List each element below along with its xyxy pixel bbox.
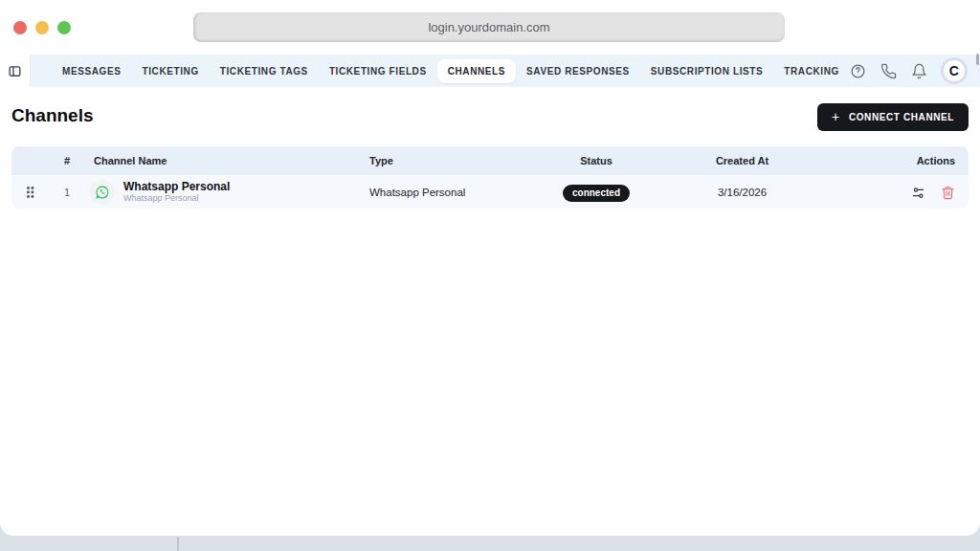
browser-window: login.yourdomain.com MESSAGES TICKETING … <box>0 0 980 536</box>
created-at-value: 3/16/2026 <box>668 187 816 198</box>
traffic-lights <box>13 21 71 34</box>
channel-subtitle: Whatsapp Personal <box>123 193 230 205</box>
connect-channel-button[interactable]: + CONNECT CHANNEL <box>817 103 969 131</box>
sidebar-toggle-button[interactable] <box>0 55 31 87</box>
channel-name: Whatsapp Personal <box>123 180 230 193</box>
channels-table: # Channel Name Type Status Created At Ac… <box>11 146 969 209</box>
header-actions: Actions <box>816 155 969 166</box>
header-channel-name: Channel Name <box>84 155 352 166</box>
zoom-window-button[interactable] <box>57 21 71 34</box>
row-index: 1 <box>50 187 84 198</box>
account-avatar[interactable]: C <box>944 60 965 81</box>
tab-saved-responses[interactable]: SAVED RESPONSES <box>516 59 640 83</box>
nav-right-icons: C <box>850 60 980 81</box>
panel-left-icon <box>8 64 22 78</box>
header-index: # <box>50 155 84 166</box>
url-text: login.yourdomain.com <box>428 20 549 34</box>
channel-type: Whatsapp Personal <box>352 187 524 198</box>
desktop-strip <box>0 536 980 551</box>
tab-channels[interactable]: CHANNELS <box>437 59 516 83</box>
row-status-cell: connected <box>524 183 668 202</box>
page-title: Channels <box>11 105 94 126</box>
row-channel-name-cell: Whatsapp Personal Whatsapp Personal <box>84 180 352 205</box>
url-bar[interactable]: login.yourdomain.com <box>193 12 785 42</box>
scrollbar-thumb[interactable] <box>976 54 979 65</box>
bell-icon[interactable] <box>911 63 927 79</box>
help-icon[interactable] <box>850 63 866 79</box>
table-row[interactable]: 1 Whatsapp Personal Whatsapp Personal Wh… <box>11 176 969 209</box>
delete-icon[interactable] <box>941 186 955 200</box>
tab-ticketing-fields[interactable]: TICKETING FIELDS <box>319 59 437 83</box>
avatar-initial: C <box>949 63 959 78</box>
phone-icon[interactable] <box>880 63 897 79</box>
desktop-strip-divider <box>177 537 179 551</box>
tab-ticketing[interactable]: TICKETING <box>131 59 209 83</box>
row-channel-name-stack: Whatsapp Personal Whatsapp Personal <box>123 180 230 205</box>
tab-ticketing-tags[interactable]: TICKETING TAGS <box>210 59 319 83</box>
tab-messages[interactable]: MESSAGES <box>52 59 131 83</box>
drag-handle-icon[interactable] <box>27 187 34 199</box>
status-badge: connected <box>563 185 630 202</box>
row-drag-cell <box>11 187 50 199</box>
header-status: Status <box>524 155 668 166</box>
tab-tracking[interactable]: TRACKING <box>773 59 850 83</box>
header-created-at: Created At <box>668 155 816 166</box>
nav-tabs: MESSAGES TICKETING TICKETING TAGS TICKET… <box>31 59 850 83</box>
table-header-row: # Channel Name Type Status Created At Ac… <box>11 146 969 176</box>
channel-settings-icon[interactable] <box>911 186 925 200</box>
minimize-window-button[interactable] <box>35 21 49 34</box>
header-type: Type <box>352 155 524 166</box>
row-actions-cell <box>816 186 969 200</box>
tab-subscription-lists[interactable]: SUBSCRIPTION LISTS <box>640 59 773 83</box>
app-nav: MESSAGES TICKETING TICKETING TAGS TICKET… <box>0 55 980 87</box>
plus-icon: + <box>832 110 840 123</box>
close-window-button[interactable] <box>13 21 27 34</box>
browser-chrome: login.yourdomain.com <box>0 0 980 55</box>
connect-channel-label: CONNECT CHANNEL <box>849 112 954 122</box>
whatsapp-icon <box>90 180 115 205</box>
